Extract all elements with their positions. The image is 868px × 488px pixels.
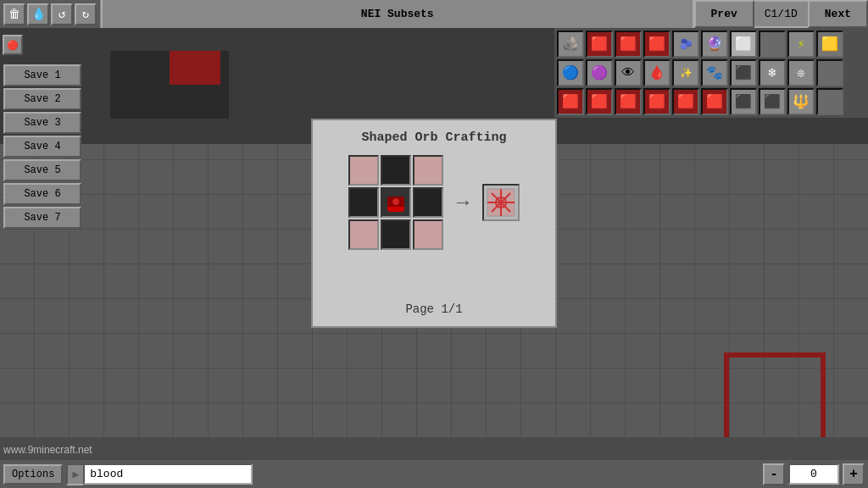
save-3-button[interactable]: Save 3	[3, 112, 81, 134]
item-cell[interactable]	[759, 30, 786, 58]
save-5-button[interactable]: Save 5	[3, 159, 81, 181]
right-item-panel: 🪨 🟥 🟥 🟥 🫐 🔮 ⬜ ⚡ 🟨 🔵 🟣 👁 🩸 ✨ 🐾 ⬛ ❄ ❊ 🟥 🟥 …	[554, 28, 868, 118]
options-button[interactable]: Options	[3, 464, 63, 485]
item-cell[interactable]: 🐾	[701, 59, 728, 86]
page-counter: C1/1D	[754, 0, 808, 28]
toolbar-water-btn[interactable]: 💧	[27, 3, 49, 25]
toolbar-undo-btn[interactable]: ↺	[51, 3, 73, 25]
toolbar-nav: Prev C1/1D Next	[694, 0, 868, 28]
minus-button[interactable]: -	[763, 463, 785, 485]
count-display: 0	[788, 463, 839, 485]
item-row-1: 🪨 🟥 🟥 🟥 🫐 🔮 ⬜ ⚡ 🟨	[557, 30, 865, 58]
item-cell[interactable]	[816, 88, 843, 115]
craft-cell-2-0[interactable]	[348, 219, 379, 250]
save-1-button[interactable]: Save 1	[3, 64, 81, 86]
craft-cell-0-1[interactable]	[381, 155, 411, 186]
plus-button[interactable]: +	[843, 463, 865, 485]
item-cell[interactable]: ⬛	[759, 88, 786, 115]
item-cell[interactable]: 🟥	[586, 30, 613, 58]
item-cell[interactable]: 🟥	[615, 30, 642, 58]
top-toolbar: 🗑 💧 ↺ ↻ NEI Subsets Prev C1/1D Next	[0, 0, 868, 28]
toolbar-delete-btn[interactable]: 🗑	[3, 3, 25, 25]
item-cell[interactable]: 🟥	[643, 88, 670, 115]
next-button[interactable]: Next	[808, 0, 868, 28]
item-cell[interactable]: 🟥	[643, 30, 670, 58]
save-2-button[interactable]: Save 2	[3, 88, 81, 110]
item-cell[interactable]	[816, 59, 843, 86]
item-cell[interactable]: ⬛	[730, 88, 757, 115]
item-cell[interactable]: ❊	[787, 59, 815, 86]
item-cell[interactable]: 🟥	[672, 88, 699, 115]
item-cell[interactable]: ⬜	[730, 30, 757, 58]
crafting-dialog: Shaped Orb Crafting →	[311, 119, 557, 328]
item-cell[interactable]: 🩸	[643, 59, 670, 86]
item-cell[interactable]: ⬛	[730, 59, 757, 86]
item-cell[interactable]: 🔱	[787, 88, 815, 115]
item-cell[interactable]: 👁	[615, 59, 642, 86]
craft-cell-1-2[interactable]	[413, 187, 443, 218]
toolbar-left-icons: 🗑 💧 ↺ ↻	[0, 0, 101, 28]
item-cell[interactable]: 🟨	[816, 30, 843, 58]
search-wrapper: ▶	[66, 463, 253, 485]
page-info: Page 1/1	[405, 302, 462, 316]
left-sidebar: Save 1 Save 2 Save 3 Save 4 Save 5 Save …	[0, 34, 85, 232]
item-row-3: 🟥 🟥 🟥 🟥 🟥 🟥 ⬛ ⬛ 🔱	[557, 88, 865, 115]
item-cell[interactable]: 🟥	[557, 88, 584, 115]
structure-red	[170, 51, 220, 85]
save-7-button[interactable]: Save 7	[3, 207, 81, 229]
item-cell[interactable]: 🔮	[701, 30, 728, 58]
craft-result-cell[interactable]	[482, 184, 520, 221]
item-cell[interactable]: 🫐	[672, 30, 699, 58]
crafting-area: →	[348, 155, 520, 250]
craft-cell-0-2[interactable]	[413, 155, 443, 186]
save-4-button[interactable]: Save 4	[3, 136, 81, 158]
craft-cell-2-1[interactable]	[381, 219, 411, 250]
craft-cell-2-2[interactable]	[413, 219, 443, 250]
item-cell[interactable]: 🟥	[701, 88, 728, 115]
bottom-bar: Options ▶ - 0 +	[0, 460, 868, 488]
item-cell[interactable]: ⚡	[787, 30, 815, 58]
item-cell[interactable]: 🪨	[557, 30, 584, 58]
save-6-button[interactable]: Save 6	[3, 183, 81, 205]
crafting-grid	[348, 155, 443, 250]
watermark: www.9minecraft.net	[3, 444, 92, 456]
item-cell[interactable]: 🟥	[586, 88, 613, 115]
craft-cell-1-1[interactable]	[381, 187, 411, 218]
item-cell[interactable]: 🔵	[557, 59, 584, 86]
toolbar-title: NEI Subsets	[101, 0, 694, 28]
prev-button[interactable]: Prev	[694, 0, 754, 28]
item-cell[interactable]: ✨	[672, 59, 699, 86]
item-row-2: 🔵 🟣 👁 🩸 ✨ 🐾 ⬛ ❄ ❊	[557, 59, 865, 86]
item-cell[interactable]: 🟣	[586, 59, 613, 86]
cart-frame	[724, 352, 826, 437]
item-cell[interactable]: ❄	[759, 59, 786, 86]
craft-cell-0-0[interactable]	[348, 155, 379, 186]
toolbar-redo-btn[interactable]: ↻	[75, 3, 97, 25]
search-input[interactable]	[83, 463, 253, 485]
dialog-title: Shaped Orb Crafting	[361, 130, 506, 145]
item-cell[interactable]: 🟥	[615, 88, 642, 115]
search-prefix-icon: ▶	[66, 463, 83, 485]
craft-cell-1-0[interactable]	[348, 187, 379, 218]
crafting-arrow: →	[457, 191, 469, 214]
